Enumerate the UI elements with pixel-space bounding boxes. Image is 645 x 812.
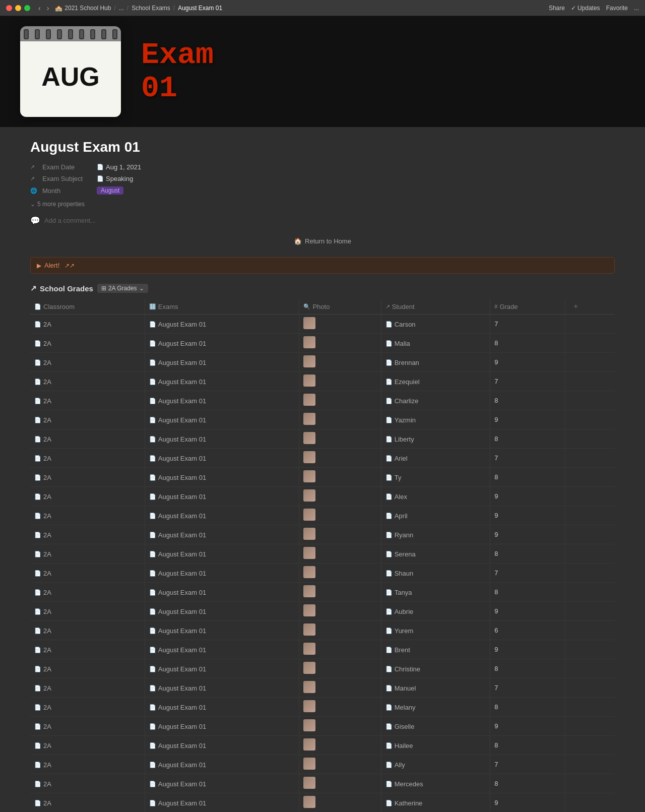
breadcrumb-exams[interactable]: School Exams bbox=[132, 5, 170, 12]
cell-grade[interactable]: 9 bbox=[490, 353, 565, 372]
table-row[interactable]: 📄 2A📄 August Exam 01📄 Liberty8 bbox=[30, 429, 615, 449]
exam-subject-value[interactable]: 📄 Speaking bbox=[97, 175, 133, 182]
alert-banner[interactable]: ▶ Alert! ↗↗ bbox=[30, 257, 615, 274]
cell-student[interactable]: 📄 Melany bbox=[381, 698, 490, 717]
cell-exam[interactable]: 📄 August Exam 01 bbox=[145, 564, 299, 583]
cell-classroom[interactable]: 📄 2A bbox=[30, 564, 145, 583]
cell-exam[interactable]: 📄 August Exam 01 bbox=[145, 717, 299, 736]
col-classroom[interactable]: 📄 Classroom bbox=[30, 299, 145, 315]
cell-classroom[interactable]: 📄 2A bbox=[30, 640, 145, 659]
more-button[interactable]: ... bbox=[634, 5, 639, 12]
cell-classroom[interactable]: 📄 2A bbox=[30, 621, 145, 640]
cell-student[interactable]: 📄 Hailee bbox=[381, 736, 490, 755]
add-column-button[interactable]: + bbox=[569, 302, 582, 311]
table-row[interactable]: 📄 2A📄 August Exam 01📄 Hailee8 bbox=[30, 736, 615, 755]
db-view-button[interactable]: ⊞ 2A Grades ⌄ bbox=[97, 284, 148, 293]
col-photo[interactable]: 🔍 Photo bbox=[299, 299, 381, 315]
cell-exam[interactable]: 📄 August Exam 01 bbox=[145, 449, 299, 468]
table-row[interactable]: 📄 2A📄 August Exam 01📄 Brent9 bbox=[30, 640, 615, 659]
cell-grade[interactable]: 9 bbox=[490, 793, 565, 813]
cell-exam[interactable]: 📄 August Exam 01 bbox=[145, 659, 299, 678]
cell-classroom[interactable]: 📄 2A bbox=[30, 487, 145, 506]
cell-classroom[interactable]: 📄 2A bbox=[30, 353, 145, 372]
table-row[interactable]: 📄 2A📄 August Exam 01📄 Ryann9 bbox=[30, 525, 615, 544]
cell-exam[interactable]: 📄 August Exam 01 bbox=[145, 698, 299, 717]
cell-classroom[interactable]: 📄 2A bbox=[30, 659, 145, 678]
cell-grade[interactable]: 8 bbox=[490, 583, 565, 602]
cell-student[interactable]: 📄 Brennan bbox=[381, 353, 490, 372]
cell-student[interactable]: 📄 Christine bbox=[381, 659, 490, 678]
favorite-button[interactable]: Favorite bbox=[606, 5, 628, 12]
cell-grade[interactable]: 7 bbox=[490, 564, 565, 583]
cell-classroom[interactable]: 📄 2A bbox=[30, 429, 145, 449]
table-row[interactable]: 📄 2A📄 August Exam 01📄 Ariel7 bbox=[30, 449, 615, 468]
cell-exam[interactable]: 📄 August Exam 01 bbox=[145, 774, 299, 793]
exam-date-value[interactable]: 📄 Aug 1, 2021 bbox=[97, 163, 141, 171]
cell-student[interactable]: 📄 Aubrie bbox=[381, 602, 490, 621]
col-grade[interactable]: # Grade bbox=[490, 299, 565, 315]
cell-grade[interactable]: 9 bbox=[490, 410, 565, 429]
cell-exam[interactable]: 📄 August Exam 01 bbox=[145, 315, 299, 334]
table-row[interactable]: 📄 2A📄 August Exam 01📄 Christine8 bbox=[30, 659, 615, 678]
table-row[interactable]: 📄 2A📄 August Exam 01📄 Charlize8 bbox=[30, 391, 615, 410]
forward-button[interactable]: › bbox=[45, 3, 51, 13]
table-row[interactable]: 📄 2A📄 August Exam 01📄 Shaun7 bbox=[30, 564, 615, 583]
cell-grade[interactable]: 8 bbox=[490, 774, 565, 793]
cell-grade[interactable]: 8 bbox=[490, 429, 565, 449]
cell-exam[interactable]: 📄 August Exam 01 bbox=[145, 793, 299, 813]
cell-student[interactable]: 📄 Ariel bbox=[381, 449, 490, 468]
table-row[interactable]: 📄 2A📄 August Exam 01📄 Mercedes8 bbox=[30, 774, 615, 793]
cell-student[interactable]: 📄 Tanya bbox=[381, 583, 490, 602]
cell-grade[interactable]: 8 bbox=[490, 391, 565, 410]
cell-student[interactable]: 📄 Brent bbox=[381, 640, 490, 659]
table-row[interactable]: 📄 2A📄 August Exam 01📄 Brennan9 bbox=[30, 353, 615, 372]
breadcrumb-hub[interactable]: 🏫 2021 School Hub bbox=[55, 5, 111, 12]
comment-area[interactable]: 💬 Add a comment... bbox=[30, 216, 615, 225]
table-row[interactable]: 📄 2A📄 August Exam 01📄 Carson7 bbox=[30, 315, 615, 334]
cell-classroom[interactable]: 📄 2A bbox=[30, 583, 145, 602]
cell-student[interactable]: 📄 Katherine bbox=[381, 793, 490, 813]
cell-grade[interactable]: 9 bbox=[490, 640, 565, 659]
cell-classroom[interactable]: 📄 2A bbox=[30, 372, 145, 391]
cell-grade[interactable]: 8 bbox=[490, 698, 565, 717]
cell-classroom[interactable]: 📄 2A bbox=[30, 678, 145, 698]
cell-classroom[interactable]: 📄 2A bbox=[30, 525, 145, 544]
cell-student[interactable]: 📄 Malia bbox=[381, 334, 490, 353]
cell-student[interactable]: 📄 Liberty bbox=[381, 429, 490, 449]
cell-student[interactable]: 📄 Giselle bbox=[381, 717, 490, 736]
cell-exam[interactable]: 📄 August Exam 01 bbox=[145, 468, 299, 487]
cell-exam[interactable]: 📄 August Exam 01 bbox=[145, 583, 299, 602]
cell-student[interactable]: 📄 Ally bbox=[381, 755, 490, 774]
cell-grade[interactable]: 7 bbox=[490, 372, 565, 391]
cell-exam[interactable]: 📄 August Exam 01 bbox=[145, 525, 299, 544]
table-row[interactable]: 📄 2A📄 August Exam 01📄 Alex9 bbox=[30, 487, 615, 506]
cell-student[interactable]: 📄 Yazmin bbox=[381, 410, 490, 429]
cell-classroom[interactable]: 📄 2A bbox=[30, 410, 145, 429]
cell-grade[interactable]: 9 bbox=[490, 487, 565, 506]
col-exams[interactable]: 🔢 Exams bbox=[145, 299, 299, 315]
table-row[interactable]: 📄 2A📄 August Exam 01📄 Manuel7 bbox=[30, 678, 615, 698]
back-button[interactable]: ‹ bbox=[36, 3, 43, 13]
cell-classroom[interactable]: 📄 2A bbox=[30, 698, 145, 717]
cell-classroom[interactable]: 📄 2A bbox=[30, 793, 145, 813]
month-value[interactable]: August bbox=[97, 186, 123, 195]
cell-exam[interactable]: 📄 August Exam 01 bbox=[145, 487, 299, 506]
cell-grade[interactable]: 7 bbox=[490, 755, 565, 774]
cell-student[interactable]: 📄 Manuel bbox=[381, 678, 490, 698]
table-row[interactable]: 📄 2A📄 August Exam 01📄 Aubrie9 bbox=[30, 602, 615, 621]
cell-classroom[interactable]: 📄 2A bbox=[30, 774, 145, 793]
more-properties[interactable]: ⌄ 5 more properties bbox=[30, 201, 615, 208]
cell-grade[interactable]: 9 bbox=[490, 525, 565, 544]
cell-student[interactable]: 📄 April bbox=[381, 506, 490, 525]
cell-grade[interactable]: 7 bbox=[490, 449, 565, 468]
table-row[interactable]: 📄 2A📄 August Exam 01📄 Yazmin9 bbox=[30, 410, 615, 429]
cell-classroom[interactable]: 📄 2A bbox=[30, 602, 145, 621]
cell-exam[interactable]: 📄 August Exam 01 bbox=[145, 640, 299, 659]
cell-grade[interactable]: 8 bbox=[490, 334, 565, 353]
cell-student[interactable]: 📄 Carson bbox=[381, 315, 490, 334]
cell-grade[interactable]: 9 bbox=[490, 717, 565, 736]
cell-exam[interactable]: 📄 August Exam 01 bbox=[145, 410, 299, 429]
table-row[interactable]: 📄 2A📄 August Exam 01📄 Ezequiel7 bbox=[30, 372, 615, 391]
cell-grade[interactable]: 8 bbox=[490, 544, 565, 564]
cell-exam[interactable]: 📄 August Exam 01 bbox=[145, 372, 299, 391]
